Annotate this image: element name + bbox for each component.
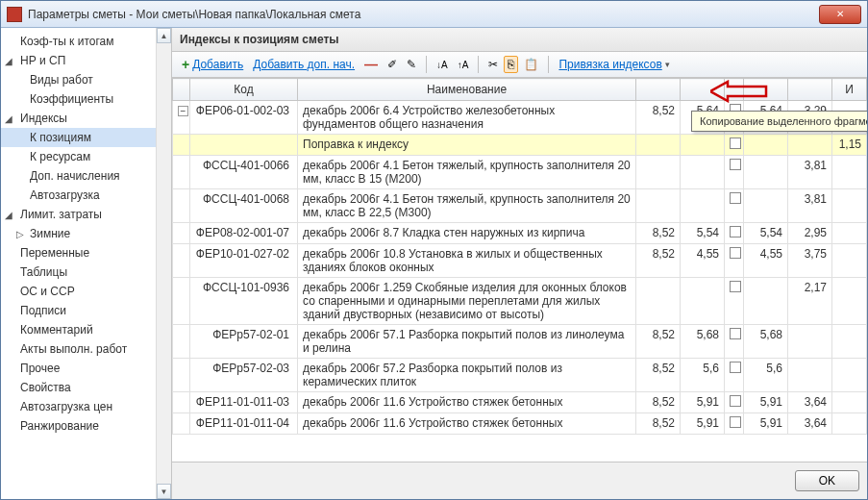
cell[interactable]	[725, 189, 744, 223]
sidebar-item[interactable]: Коэф-ты к итогам	[1, 32, 171, 51]
scroll-up-button[interactable]: ▲	[157, 28, 171, 43]
cell[interactable]: 3,81	[788, 189, 832, 223]
cell[interactable]	[832, 413, 867, 435]
cell[interactable]: 1,15	[832, 135, 867, 156]
cell[interactable]: декабрь 2006г 57.2 Разборка покрытий пол…	[298, 359, 636, 392]
cell[interactable]	[173, 223, 190, 244]
tree-arrow-icon[interactable]: ◢	[5, 113, 14, 123]
cell[interactable]: ФССЦ-401-0066	[190, 156, 298, 189]
cell[interactable]	[725, 392, 744, 413]
cell[interactable]	[725, 413, 744, 435]
bind-indexes-button[interactable]: Привязка индексов ▾	[555, 56, 673, 73]
sidebar-item[interactable]: Доп. начисления	[1, 166, 171, 186]
remove-button[interactable]: —	[360, 55, 382, 74]
cell[interactable]	[832, 223, 867, 244]
cell[interactable]	[681, 156, 725, 189]
cell[interactable]	[173, 325, 190, 359]
checkbox[interactable]	[730, 138, 741, 149]
cell[interactable]: 5,6	[744, 359, 788, 392]
checkbox[interactable]	[730, 192, 741, 204]
cell[interactable]	[744, 135, 788, 156]
cell[interactable]: 8,52	[636, 359, 681, 392]
checkbox[interactable]	[730, 362, 741, 373]
sidebar-item[interactable]: Акты выполн. работ	[1, 339, 171, 359]
row-expander[interactable]: −	[178, 106, 188, 116]
cell[interactable]: 5,68	[744, 325, 788, 359]
cell[interactable]	[725, 223, 744, 244]
cell[interactable]	[681, 278, 725, 325]
cell[interactable]	[744, 156, 788, 189]
cell[interactable]: ФЕР06-01-002-03	[190, 101, 298, 135]
cell[interactable]: декабрь 2006г 6.4 Устройство железобетон…	[298, 101, 636, 135]
cell[interactable]	[725, 325, 744, 359]
cell[interactable]	[725, 278, 744, 325]
cell[interactable]: декабрь 2006г 10.8 Установка в жилых и о…	[298, 244, 636, 278]
cell[interactable]	[832, 156, 867, 189]
cell[interactable]: 4,55	[744, 244, 788, 278]
sidebar-item[interactable]: Подписи	[1, 301, 171, 320]
cell[interactable]: декабрь 2006г 4.1 Бетон тяжелый, крупнос…	[298, 156, 636, 189]
sidebar-item[interactable]: К позициям	[1, 128, 171, 147]
cell[interactable]	[636, 278, 681, 325]
sidebar-item[interactable]: Автозагрузка	[1, 186, 171, 205]
table-row[interactable]: ФЕР08-02-001-07декабрь 2006г 8.7 Кладка …	[173, 223, 867, 244]
cell[interactable]: Поправка к индексу	[298, 135, 636, 156]
cell[interactable]	[636, 189, 681, 223]
cell[interactable]: 8,52	[636, 244, 681, 278]
cell[interactable]: декабрь 2006г 8.7 Кладка стен наружных и…	[298, 223, 636, 244]
copy-button[interactable]: ⎘	[504, 56, 518, 73]
col-code[interactable]: Код	[190, 79, 298, 101]
sidebar-item[interactable]: Свойства	[1, 378, 171, 397]
table-row[interactable]: ФЕР11-01-011-03декабрь 2006г 11.6 Устрой…	[173, 392, 867, 413]
checkbox[interactable]	[730, 281, 741, 292]
col-name[interactable]: Наименование	[298, 79, 636, 101]
cell[interactable]: 8,52	[636, 325, 681, 359]
table-row[interactable]: ФЕРр57-02-03декабрь 2006г 57.2 Разборка …	[173, 359, 867, 392]
cell[interactable]: 8,52	[636, 101, 681, 135]
sort-desc-button[interactable]: ↑A	[454, 58, 473, 72]
sidebar-item[interactable]: Коэффициенты	[1, 89, 171, 109]
cell[interactable]: 5,68	[681, 325, 725, 359]
sidebar-item[interactable]: Автозагрузка цен	[1, 397, 171, 416]
cell[interactable]: ФЕРр57-02-03	[190, 359, 298, 392]
cell[interactable]	[832, 189, 867, 223]
cell[interactable]	[832, 278, 867, 325]
sidebar-scrollbar[interactable]: ▲ ▼	[156, 28, 171, 499]
cell[interactable]	[173, 244, 190, 278]
cell[interactable]	[173, 135, 190, 156]
cell[interactable]: 8,52	[636, 223, 681, 244]
data-grid[interactable]: Код Наименование И −ФЕР06-01-002-03декаб…	[172, 78, 867, 462]
close-button[interactable]: ✕	[819, 5, 861, 24]
cell[interactable]	[788, 359, 832, 392]
cell[interactable]	[173, 189, 190, 223]
sidebar-item[interactable]: Переменные	[1, 243, 171, 262]
cell[interactable]: 4,55	[681, 244, 725, 278]
cell[interactable]	[832, 325, 867, 359]
sidebar-item[interactable]: ◢Лимит. затраты	[1, 205, 171, 224]
cell[interactable]	[636, 135, 681, 156]
cell[interactable]: 2,17	[788, 278, 832, 325]
sidebar-item[interactable]: Ранжирование	[1, 416, 171, 436]
table-row[interactable]: ФССЦ-401-0066декабрь 2006г 4.1 Бетон тяж…	[173, 156, 867, 189]
cell[interactable]: ФЕР11-01-011-04	[190, 413, 298, 435]
cell[interactable]	[173, 359, 190, 392]
cell[interactable]: 2,95	[788, 223, 832, 244]
cell[interactable]	[832, 392, 867, 413]
cell[interactable]	[788, 135, 832, 156]
col-5[interactable]: И	[832, 79, 867, 101]
cell[interactable]: 3,64	[788, 413, 832, 435]
eraser-button[interactable]: ✐	[384, 56, 401, 73]
sidebar-item[interactable]: Виды работ	[1, 70, 171, 89]
checkbox[interactable]	[730, 159, 741, 170]
cell[interactable]	[725, 156, 744, 189]
table-row[interactable]: ФЕРр57-02-01декабрь 2006г 57.1 Разборка …	[173, 325, 867, 359]
cell[interactable]: декабрь 2006г 11.6 Устройство стяжек бет…	[298, 413, 636, 435]
table-row[interactable]: ФЕР11-01-011-04декабрь 2006г 11.6 Устрой…	[173, 413, 867, 435]
table-row[interactable]: Поправка к индексу1,15	[173, 135, 867, 156]
cell[interactable]	[173, 278, 190, 325]
sidebar-item[interactable]: ОС и ССР	[1, 282, 171, 301]
cell[interactable]	[190, 135, 298, 156]
cell[interactable]	[832, 244, 867, 278]
cell[interactable]: −	[173, 101, 190, 135]
cell[interactable]: 5,54	[681, 223, 725, 244]
